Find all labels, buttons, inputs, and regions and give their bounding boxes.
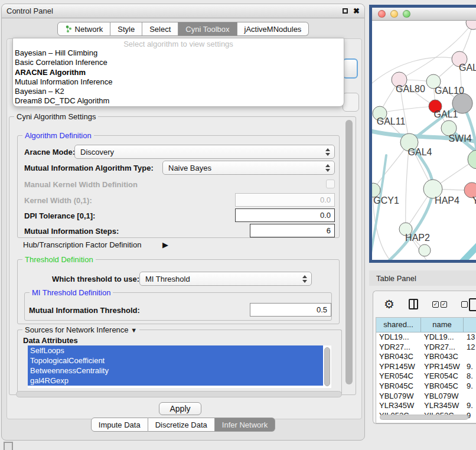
table-row[interactable]: YBR043CYBR043C bbox=[376, 352, 476, 362]
tab-label: Style bbox=[118, 25, 135, 34]
table-cell bbox=[464, 352, 476, 362]
algorithm-option[interactable]: Basic Correlation Inference bbox=[13, 58, 344, 67]
aracne-mode-combo[interactable]: Discovery bbox=[74, 145, 335, 159]
algorithm-option[interactable]: Dream8 DC_TDC Algorithm bbox=[13, 96, 344, 106]
table-header-row: shared...name bbox=[376, 318, 476, 332]
mi-steps-label: Mutual Information Steps: bbox=[24, 227, 119, 236]
column-header[interactable]: name bbox=[421, 318, 464, 332]
apply-button[interactable]: Apply bbox=[159, 402, 201, 415]
attribute-item[interactable]: gal4RGexp bbox=[28, 376, 323, 386]
table-row[interactable]: YER054CYER054C8. bbox=[376, 371, 476, 381]
network-edge-highlighted bbox=[454, 243, 476, 260]
expand-right-icon[interactable]: ▶ bbox=[162, 240, 168, 249]
network-graph: GALGAL80GAL10GAL1GAL11SWI4GAL4GCY1HAP4YH… bbox=[372, 21, 476, 260]
control-panel-window: Control Panel ✖ NetworkStyleSelectCyni T… bbox=[1, 4, 365, 441]
tab-network[interactable]: Network bbox=[57, 22, 111, 36]
table-cell: YBR045C bbox=[421, 381, 464, 392]
close-traffic-light-icon[interactable] bbox=[378, 10, 386, 18]
tab-select[interactable]: Select bbox=[142, 22, 178, 36]
which-threshold-label: Which threshold to use: bbox=[52, 275, 139, 283]
minimized-panel-icon[interactable] bbox=[4, 442, 13, 450]
table-row[interactable]: YLR345WYLR345W9. bbox=[376, 401, 476, 411]
gear-icon[interactable]: ⚙ bbox=[384, 298, 395, 310]
table-panel-titlebar: Table Panel bbox=[369, 270, 476, 286]
node-label: GAL bbox=[459, 63, 476, 73]
attribute-item[interactable]: TopologicalCoefficient bbox=[28, 356, 323, 366]
table-toolbar: ⚙ ✓✓ bbox=[373, 291, 476, 317]
mi-type-combo[interactable]: Naive Bayes bbox=[162, 161, 335, 175]
tab-discretize-data[interactable]: Discretize Data bbox=[148, 418, 215, 432]
minimize-traffic-light-icon[interactable] bbox=[390, 10, 398, 18]
algorithm-option[interactable]: Bayesian – Hill Climbing bbox=[13, 48, 344, 58]
table-cell: 9. bbox=[464, 362, 476, 372]
algorithm-option[interactable]: ARACNE Algorithm bbox=[13, 68, 344, 77]
network-selector-combo-partial[interactable] bbox=[343, 93, 359, 112]
kernel-width-field[interactable]: 0.0 bbox=[235, 193, 335, 207]
table-row[interactable]: YDL19...YDL19...13 bbox=[376, 332, 476, 343]
aracne-mode-value: Discovery bbox=[80, 148, 114, 156]
table-cell: 8. bbox=[464, 371, 476, 381]
algorithm-dropdown-list: Select algorithm to view settings Bayesi… bbox=[12, 38, 344, 107]
tab-label: Infer Network bbox=[222, 420, 268, 429]
kernel-width-label: Kernel Width (0,1): bbox=[24, 196, 92, 205]
node-label: GAL1 bbox=[434, 109, 458, 119]
table-cell: YDR27... bbox=[421, 343, 464, 353]
node-label: GAL80 bbox=[396, 84, 425, 94]
list-scrollbar[interactable] bbox=[324, 347, 330, 386]
network-edge-highlighted bbox=[372, 155, 386, 259]
table-cell: YBR043C bbox=[421, 352, 464, 362]
tab-impute-data[interactable]: Impute Data bbox=[91, 418, 148, 432]
tab-infer-network[interactable]: Infer Network bbox=[215, 418, 275, 432]
close-icon[interactable]: ✖ bbox=[353, 7, 360, 15]
which-threshold-combo[interactable]: MI Threshold bbox=[139, 272, 312, 286]
dpi-tolerance-field[interactable]: 0.0 bbox=[235, 208, 335, 222]
zoom-traffic-light-icon[interactable] bbox=[403, 10, 410, 18]
table-row[interactable]: YPR145WYPR145W9. bbox=[376, 362, 476, 372]
horizontal-scrollbar[interactable] bbox=[16, 391, 342, 397]
collapse-down-icon[interactable]: ▼ bbox=[131, 327, 137, 334]
table-row[interactable]: YDR27...YDR27...12 bbox=[376, 343, 476, 353]
sources-title-text: Sources for Network Inference bbox=[25, 325, 129, 334]
node-table: shared...name YDL19...YDL19...13YDR27...… bbox=[376, 317, 476, 423]
combo-spinner-icon bbox=[302, 275, 307, 283]
network-node[interactable] bbox=[419, 244, 431, 256]
node-label: Y bbox=[472, 195, 476, 206]
columns-icon[interactable] bbox=[409, 299, 418, 309]
network-canvas[interactable]: GALGAL80GAL10GAL1GAL11SWI4GAL4GCY1HAP4YH… bbox=[372, 21, 476, 260]
tab-cyni-toolbox[interactable]: Cyni Toolbox bbox=[178, 22, 237, 36]
attribute-item[interactable]: SelfLoops bbox=[28, 345, 323, 356]
network-node[interactable] bbox=[466, 21, 476, 30]
column-header[interactable]: shared... bbox=[376, 318, 421, 332]
network-node[interactable] bbox=[468, 150, 476, 169]
select-all-checks-icon[interactable]: ✓✓ bbox=[432, 301, 447, 308]
network-edge bbox=[372, 57, 459, 86]
mi-threshold-group-title: MI Threshold Definition bbox=[30, 288, 113, 297]
settings-group-title: Cyni Algorithm Settings bbox=[14, 112, 98, 121]
combo-spinner-icon bbox=[325, 164, 330, 172]
manual-kernel-checkbox[interactable] bbox=[326, 180, 335, 188]
algorithm-option[interactable]: Bayesian – K2 bbox=[13, 87, 344, 96]
mi-steps-field[interactable]: 6 bbox=[250, 224, 335, 237]
column-header[interactable] bbox=[464, 318, 476, 332]
attribute-item[interactable]: BetweennessCentrality bbox=[28, 366, 323, 376]
node-label: HAP2 bbox=[405, 233, 430, 243]
inference-algorithm-combo-partial[interactable] bbox=[343, 58, 358, 79]
mi-threshold-field[interactable]: 0.5 bbox=[250, 303, 331, 317]
network-window-titlebar bbox=[372, 8, 476, 21]
table-row[interactable]: YBR045CYBR045C9. bbox=[376, 381, 476, 392]
table-horizontal-scrollbar[interactable] bbox=[380, 415, 468, 420]
table-cell: YBR043C bbox=[376, 352, 421, 362]
tab-jactivemnodules[interactable]: jActiveMNodules bbox=[237, 22, 309, 36]
control-panel-tabs: NetworkStyleSelectCyni ToolboxjActiveMNo… bbox=[2, 22, 364, 36]
settings-scrollbar[interactable] bbox=[345, 120, 353, 384]
float-window-icon[interactable] bbox=[343, 8, 348, 14]
data-attributes-list[interactable]: SelfLoopsTopologicalCoefficientBetweenne… bbox=[28, 345, 331, 388]
table-row[interactable]: YBL079WYBL079W bbox=[376, 392, 476, 402]
table-cell: YDL19... bbox=[421, 332, 464, 343]
export-table-icon[interactable] bbox=[469, 298, 476, 311]
algorithm-option[interactable]: Mutual Information Inference bbox=[13, 77, 344, 87]
tab-style[interactable]: Style bbox=[110, 22, 142, 36]
table-cell: YDL19... bbox=[376, 332, 421, 343]
control-panel-titlebar: Control Panel ✖ bbox=[2, 4, 364, 18]
bottom-tabs: Impute DataDiscretize DataInfer Network bbox=[2, 418, 364, 432]
